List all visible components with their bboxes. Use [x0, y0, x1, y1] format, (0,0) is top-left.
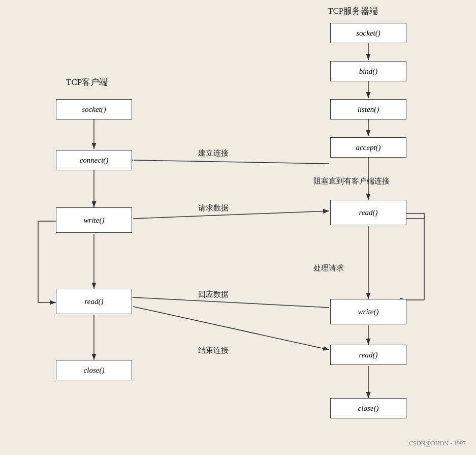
server-write-box: write() — [330, 299, 406, 324]
request-annotation: 请求数据 — [198, 203, 229, 213]
server-read1-box: read() — [330, 200, 406, 225]
server-bind-box: bind() — [330, 61, 406, 81]
client-connect-box: connect() — [56, 150, 132, 170]
svg-line-14 — [133, 211, 329, 219]
process-annotation: 处理请求 — [313, 263, 344, 273]
server-close-box: close() — [330, 398, 406, 418]
server-socket-box: socket() — [330, 23, 406, 43]
svg-line-15 — [133, 297, 329, 308]
client-label: TCP客户端 — [66, 76, 108, 88]
server-read2-box: read() — [330, 345, 406, 365]
block-annotation: 阻塞直到有客户端连接 — [313, 176, 390, 186]
svg-line-16 — [133, 307, 329, 350]
server-listen-box: listen() — [330, 99, 406, 119]
tcp-diagram: TCP客户端 TCP服务器端 socket() connect() write(… — [0, 0, 476, 455]
server-label: TCP服务器端 — [328, 5, 378, 17]
connect-annotation: 建立连接 — [198, 148, 229, 158]
client-close-box: close() — [56, 360, 132, 380]
client-write-box: write() — [56, 207, 132, 233]
client-socket-box: socket() — [56, 99, 132, 119]
watermark: CSDN@DHDN - 1997 — [409, 440, 466, 447]
server-accept-box: accept() — [330, 137, 406, 158]
close-annotation: 结束连接 — [198, 346, 229, 355]
svg-line-13 — [134, 160, 329, 164]
response-annotation: 回应数据 — [198, 290, 229, 299]
client-read-box: read() — [56, 289, 132, 314]
